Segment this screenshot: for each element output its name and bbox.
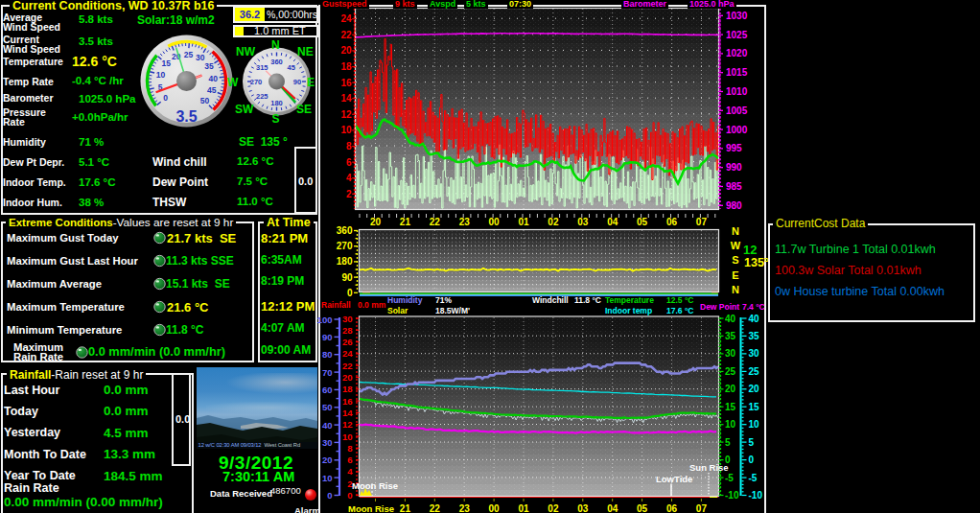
svg-text:N: N	[732, 284, 739, 295]
svg-text:10: 10	[156, 70, 166, 80]
svg-text:5: 5	[725, 437, 731, 448]
svg-text:21: 21	[400, 503, 411, 513]
svg-text:0: 0	[749, 455, 755, 465]
svg-text:10: 10	[725, 419, 736, 430]
svg-text:980: 980	[726, 200, 742, 211]
svg-text:0: 0	[347, 288, 353, 298]
svg-text:22: 22	[342, 361, 353, 371]
svg-text:30: 30	[322, 437, 333, 448]
svg-text:06: 06	[666, 217, 678, 227]
svg-text:1025: 1025	[726, 30, 748, 40]
svg-text:1015: 1015	[726, 67, 748, 78]
svg-text:15: 15	[725, 402, 736, 412]
svg-text:-10: -10	[725, 490, 739, 501]
svg-text:20: 20	[322, 455, 333, 465]
svg-text:16: 16	[340, 78, 352, 88]
svg-text:40: 40	[209, 74, 219, 83]
svg-text:23: 23	[459, 503, 471, 513]
svg-text:07: 07	[696, 217, 708, 227]
svg-text:04: 04	[607, 217, 618, 227]
svg-text:2: 2	[346, 189, 352, 199]
svg-text:W: W	[731, 240, 741, 251]
svg-text:0: 0	[163, 93, 168, 103]
svg-text:06: 06	[666, 503, 678, 513]
svg-text:-5: -5	[725, 473, 734, 483]
svg-text:15: 15	[162, 58, 172, 68]
svg-text:5: 5	[749, 437, 755, 448]
svg-text:-5: -5	[749, 473, 758, 483]
svg-text:180: 180	[337, 256, 353, 267]
svg-text:20: 20	[370, 217, 382, 227]
svg-text:02: 02	[548, 217, 559, 227]
svg-text:8: 8	[346, 141, 352, 152]
svg-text:1020: 1020	[726, 48, 748, 58]
svg-text:4: 4	[346, 173, 352, 183]
svg-text:24: 24	[340, 13, 352, 24]
svg-text:985: 985	[726, 181, 742, 192]
svg-text:35: 35	[749, 331, 760, 341]
svg-text:05: 05	[637, 503, 648, 513]
svg-text:40: 40	[749, 314, 760, 324]
svg-text:03: 03	[577, 217, 589, 227]
svg-text:0: 0	[327, 490, 332, 501]
svg-text:10: 10	[342, 431, 353, 442]
svg-text:22: 22	[430, 503, 441, 513]
svg-text:05: 05	[637, 217, 648, 227]
svg-text:28: 28	[342, 325, 353, 336]
svg-text:25: 25	[749, 366, 760, 377]
svg-text:25: 25	[184, 50, 194, 59]
svg-text:0: 0	[347, 490, 352, 501]
svg-text:35: 35	[725, 331, 736, 341]
svg-text:04: 04	[607, 503, 618, 513]
svg-text:N: N	[732, 225, 739, 237]
svg-text:45: 45	[207, 85, 217, 95]
svg-text:10: 10	[322, 473, 333, 483]
svg-text:14: 14	[340, 93, 352, 104]
svg-text:270: 270	[250, 78, 263, 86]
svg-text:1010: 1010	[726, 86, 748, 97]
svg-text:360: 360	[270, 58, 283, 66]
svg-text:40: 40	[322, 420, 333, 431]
svg-text:1030: 1030	[726, 11, 748, 21]
svg-text:990: 990	[726, 162, 742, 173]
svg-text:6: 6	[347, 455, 352, 465]
svg-text:14: 14	[342, 408, 353, 418]
svg-text:100: 100	[317, 315, 333, 325]
svg-text:1000: 1000	[726, 125, 748, 135]
svg-text:00: 00	[489, 503, 501, 513]
svg-text:6: 6	[346, 157, 352, 168]
svg-text:22: 22	[340, 30, 352, 40]
svg-text:225: 225	[256, 92, 268, 101]
svg-text:01: 01	[518, 217, 529, 227]
svg-text:90: 90	[341, 272, 353, 283]
svg-text:45: 45	[288, 63, 295, 72]
svg-text:20: 20	[340, 45, 352, 56]
svg-text:21: 21	[400, 217, 411, 227]
svg-text:00: 00	[489, 217, 501, 227]
svg-text:4: 4	[347, 466, 353, 477]
svg-text:30: 30	[342, 314, 353, 324]
svg-text:Moon Rise: Moon Rise	[348, 503, 394, 513]
svg-text:1005: 1005	[726, 105, 748, 116]
svg-text:01: 01	[518, 503, 529, 513]
svg-text:90: 90	[293, 78, 301, 86]
svg-text:40: 40	[725, 314, 736, 324]
svg-text:180: 180	[270, 99, 283, 107]
svg-text:10: 10	[749, 419, 760, 430]
svg-text:24: 24	[342, 348, 353, 359]
svg-text:8: 8	[347, 443, 352, 454]
svg-text:20: 20	[342, 372, 353, 383]
svg-text:-10: -10	[749, 490, 763, 501]
svg-text:360: 360	[337, 225, 353, 236]
svg-text:10: 10	[340, 125, 352, 135]
svg-text:03: 03	[577, 503, 589, 513]
svg-text:90: 90	[322, 332, 333, 342]
svg-text:S: S	[732, 254, 738, 266]
svg-text:23: 23	[459, 217, 471, 227]
svg-text:18: 18	[340, 61, 352, 72]
svg-text:22: 22	[430, 217, 441, 227]
svg-text:26: 26	[342, 337, 353, 347]
svg-text:02: 02	[548, 503, 559, 513]
svg-text:E: E	[732, 269, 738, 281]
svg-text:270: 270	[337, 241, 353, 251]
